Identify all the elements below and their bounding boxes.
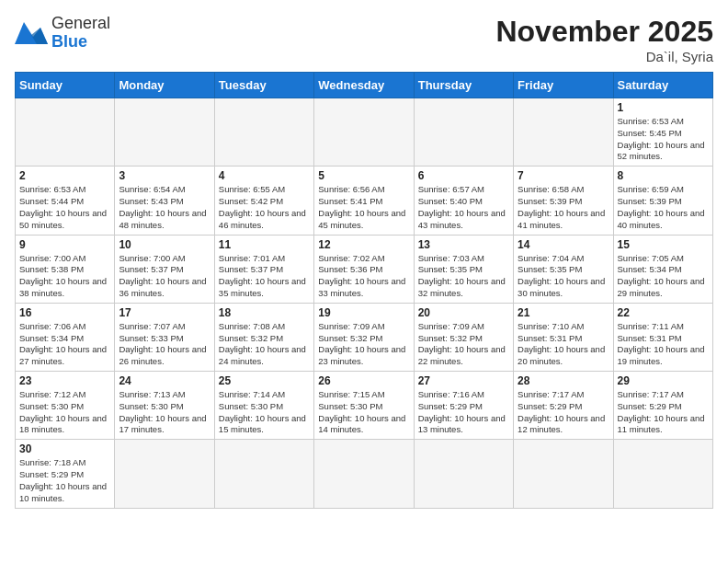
calendar-day-cell: 20Sunrise: 7:09 AM Sunset: 5:32 PM Dayli…	[414, 303, 513, 371]
day-info: Sunrise: 7:00 AM Sunset: 5:37 PM Dayligh…	[119, 253, 210, 300]
weekday-header-row: SundayMondayTuesdayWednesdayThursdayFrid…	[16, 73, 713, 98]
calendar-week-row: 30Sunrise: 7:18 AM Sunset: 5:29 PM Dayli…	[16, 440, 713, 508]
calendar-day-cell	[414, 98, 513, 167]
calendar-week-row: 9Sunrise: 7:00 AM Sunset: 5:38 PM Daylig…	[16, 235, 713, 303]
day-number: 19	[318, 306, 409, 319]
weekday-header-thursday: Thursday	[414, 73, 513, 98]
day-number: 15	[618, 238, 709, 251]
calendar-day-cell: 26Sunrise: 7:15 AM Sunset: 5:30 PM Dayli…	[314, 372, 414, 440]
calendar-day-cell: 30Sunrise: 7:18 AM Sunset: 5:29 PM Dayli…	[16, 440, 115, 508]
day-number: 21	[518, 306, 609, 319]
weekday-header-sunday: Sunday	[16, 73, 115, 98]
calendar-day-cell: 4Sunrise: 6:55 AM Sunset: 5:42 PM Daylig…	[214, 167, 313, 235]
weekday-header-tuesday: Tuesday	[214, 73, 313, 98]
calendar-day-cell: 16Sunrise: 7:06 AM Sunset: 5:34 PM Dayli…	[16, 303, 115, 371]
logo: General Blue	[15, 15, 110, 52]
title-block: November 2025 Da`il, Syria	[495, 15, 713, 64]
calendar-table: SundayMondayTuesdayWednesdayThursdayFrid…	[15, 72, 713, 509]
calendar-day-cell: 3Sunrise: 6:54 AM Sunset: 5:43 PM Daylig…	[115, 167, 214, 235]
day-info: Sunrise: 7:09 AM Sunset: 5:32 PM Dayligh…	[418, 321, 509, 368]
day-number: 1	[618, 101, 709, 114]
calendar-week-row: 2Sunrise: 6:53 AM Sunset: 5:44 PM Daylig…	[16, 167, 713, 235]
day-number: 13	[418, 238, 509, 251]
day-info: Sunrise: 7:16 AM Sunset: 5:29 PM Dayligh…	[418, 389, 509, 436]
day-info: Sunrise: 6:55 AM Sunset: 5:42 PM Dayligh…	[219, 184, 310, 231]
day-info: Sunrise: 7:12 AM Sunset: 5:30 PM Dayligh…	[19, 389, 110, 436]
day-number: 3	[119, 169, 210, 182]
day-number: 17	[119, 306, 210, 319]
day-info: Sunrise: 6:56 AM Sunset: 5:41 PM Dayligh…	[318, 184, 409, 231]
day-info: Sunrise: 6:53 AM Sunset: 5:44 PM Dayligh…	[19, 184, 110, 231]
day-info: Sunrise: 7:02 AM Sunset: 5:36 PM Dayligh…	[318, 253, 409, 300]
day-info: Sunrise: 7:00 AM Sunset: 5:38 PM Dayligh…	[19, 253, 110, 300]
day-number: 12	[318, 238, 409, 251]
day-info: Sunrise: 7:08 AM Sunset: 5:32 PM Dayligh…	[219, 321, 310, 368]
day-info: Sunrise: 7:01 AM Sunset: 5:37 PM Dayligh…	[219, 253, 310, 300]
day-number: 28	[518, 374, 609, 387]
calendar-week-row: 16Sunrise: 7:06 AM Sunset: 5:34 PM Dayli…	[16, 303, 713, 371]
day-info: Sunrise: 6:54 AM Sunset: 5:43 PM Dayligh…	[119, 184, 210, 231]
calendar-week-row: 23Sunrise: 7:12 AM Sunset: 5:30 PM Dayli…	[16, 372, 713, 440]
day-info: Sunrise: 7:07 AM Sunset: 5:33 PM Dayligh…	[119, 321, 210, 368]
day-info: Sunrise: 6:58 AM Sunset: 5:39 PM Dayligh…	[518, 184, 609, 231]
day-number: 11	[219, 238, 310, 251]
calendar-day-cell	[314, 98, 414, 167]
calendar-day-cell: 7Sunrise: 6:58 AM Sunset: 5:39 PM Daylig…	[514, 167, 613, 235]
calendar-day-cell: 28Sunrise: 7:17 AM Sunset: 5:29 PM Dayli…	[514, 372, 613, 440]
calendar-day-cell: 12Sunrise: 7:02 AM Sunset: 5:36 PM Dayli…	[314, 235, 414, 303]
day-number: 22	[618, 306, 709, 319]
calendar-day-cell: 11Sunrise: 7:01 AM Sunset: 5:37 PM Dayli…	[214, 235, 313, 303]
logo-text: General Blue	[51, 15, 110, 52]
day-number: 16	[19, 306, 110, 319]
day-info: Sunrise: 7:15 AM Sunset: 5:30 PM Dayligh…	[318, 389, 409, 436]
calendar-day-cell	[214, 440, 313, 508]
weekday-header-friday: Friday	[514, 73, 613, 98]
day-number: 27	[418, 374, 509, 387]
day-info: Sunrise: 6:57 AM Sunset: 5:40 PM Dayligh…	[418, 184, 509, 231]
day-number: 10	[119, 238, 210, 251]
day-number: 7	[518, 169, 609, 182]
day-number: 2	[19, 169, 110, 182]
day-info: Sunrise: 7:04 AM Sunset: 5:35 PM Dayligh…	[518, 253, 609, 300]
day-info: Sunrise: 7:10 AM Sunset: 5:31 PM Dayligh…	[518, 321, 609, 368]
calendar-day-cell	[613, 440, 712, 508]
calendar-day-cell	[115, 98, 214, 167]
calendar-day-cell	[115, 440, 214, 508]
calendar-day-cell: 15Sunrise: 7:05 AM Sunset: 5:34 PM Dayli…	[613, 235, 712, 303]
day-number: 24	[119, 374, 210, 387]
calendar-day-cell: 18Sunrise: 7:08 AM Sunset: 5:32 PM Dayli…	[214, 303, 313, 371]
calendar-week-row: 1Sunrise: 6:53 AM Sunset: 5:45 PM Daylig…	[16, 98, 713, 167]
page-header: General Blue November 2025 Da`il, Syria	[15, 15, 713, 64]
day-number: 14	[518, 238, 609, 251]
day-info: Sunrise: 7:18 AM Sunset: 5:29 PM Dayligh…	[19, 457, 110, 504]
calendar-day-cell	[16, 98, 115, 167]
calendar-day-cell: 21Sunrise: 7:10 AM Sunset: 5:31 PM Dayli…	[514, 303, 613, 371]
calendar-day-cell	[214, 98, 313, 167]
day-info: Sunrise: 7:05 AM Sunset: 5:34 PM Dayligh…	[618, 253, 709, 300]
calendar-day-cell: 27Sunrise: 7:16 AM Sunset: 5:29 PM Dayli…	[414, 372, 513, 440]
day-number: 9	[19, 238, 110, 251]
calendar-day-cell	[514, 98, 613, 167]
day-info: Sunrise: 6:59 AM Sunset: 5:39 PM Dayligh…	[618, 184, 709, 231]
weekday-header-saturday: Saturday	[613, 73, 712, 98]
day-number: 25	[219, 374, 310, 387]
month-year-title: November 2025	[495, 15, 713, 49]
calendar-day-cell: 19Sunrise: 7:09 AM Sunset: 5:32 PM Dayli…	[314, 303, 414, 371]
day-info: Sunrise: 7:17 AM Sunset: 5:29 PM Dayligh…	[618, 389, 709, 436]
day-info: Sunrise: 7:03 AM Sunset: 5:35 PM Dayligh…	[418, 253, 509, 300]
calendar-day-cell: 25Sunrise: 7:14 AM Sunset: 5:30 PM Dayli…	[214, 372, 313, 440]
day-number: 29	[618, 374, 709, 387]
day-info: Sunrise: 7:13 AM Sunset: 5:30 PM Dayligh…	[119, 389, 210, 436]
calendar-day-cell: 24Sunrise: 7:13 AM Sunset: 5:30 PM Dayli…	[115, 372, 214, 440]
day-number: 26	[318, 374, 409, 387]
day-number: 4	[219, 169, 310, 182]
weekday-header-wednesday: Wednesday	[314, 73, 414, 98]
weekday-header-monday: Monday	[115, 73, 214, 98]
calendar-day-cell: 8Sunrise: 6:59 AM Sunset: 5:39 PM Daylig…	[613, 167, 712, 235]
calendar-day-cell: 10Sunrise: 7:00 AM Sunset: 5:37 PM Dayli…	[115, 235, 214, 303]
calendar-day-cell	[414, 440, 513, 508]
calendar-day-cell: 1Sunrise: 6:53 AM Sunset: 5:45 PM Daylig…	[613, 98, 712, 167]
day-number: 20	[418, 306, 509, 319]
calendar-day-cell	[314, 440, 414, 508]
day-number: 6	[418, 169, 509, 182]
